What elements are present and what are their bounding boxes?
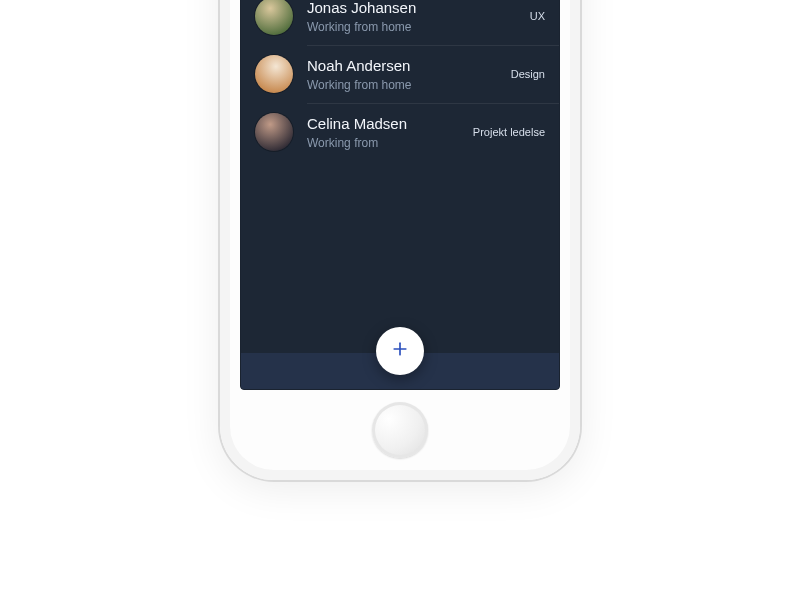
list-item-main: Noah Andersen Working from home [307, 57, 503, 92]
list-item[interactable]: Noah Andersen Working from home Design [241, 45, 559, 103]
person-subtext: Working from home [307, 78, 503, 92]
app-screen: IN LATER Josefine Christensen 10:00 Desi… [240, 0, 560, 390]
home-button[interactable] [372, 402, 428, 458]
list-item[interactable]: Celina Madsen Working from Projekt ledel… [241, 103, 559, 161]
person-name: Jonas Johansen [307, 0, 522, 17]
plus-icon [390, 339, 410, 363]
person-name: Noah Andersen [307, 57, 503, 75]
person-role: Projekt ledelse [473, 126, 545, 138]
list-item-main: Celina Madsen Working from [307, 115, 465, 150]
person-role: Design [511, 68, 545, 80]
person-name: Celina Madsen [307, 115, 465, 133]
scroll-area[interactable]: IN LATER Josefine Christensen 10:00 Desi… [241, 0, 559, 353]
avatar [255, 55, 293, 93]
phone-frame: IN LATER Josefine Christensen 10:00 Desi… [220, 0, 580, 480]
list-item[interactable]: Jonas Johansen Working from home UX [241, 0, 559, 45]
person-subtext: Working from home [307, 20, 522, 34]
list-item-main: Jonas Johansen Working from home [307, 0, 522, 34]
person-subtext: Working from [307, 136, 465, 150]
avatar [255, 113, 293, 151]
person-role: UX [530, 10, 545, 22]
add-button[interactable] [376, 327, 424, 375]
avatar [255, 0, 293, 35]
